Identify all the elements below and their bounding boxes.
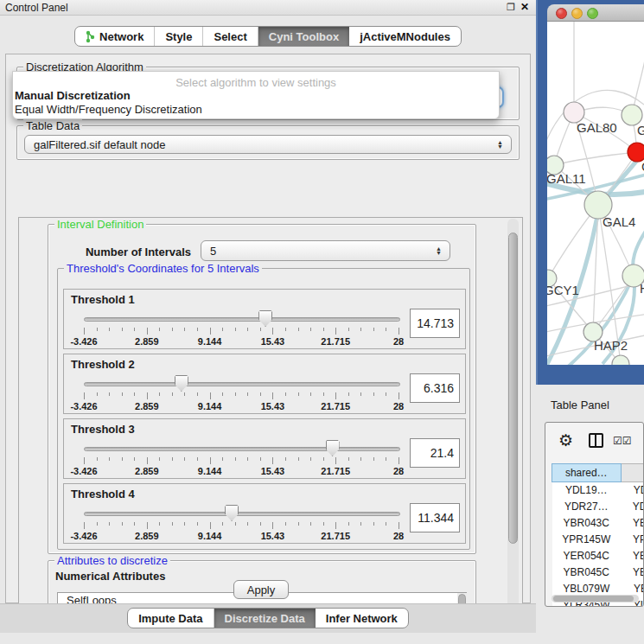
- close-light[interactable]: [556, 8, 567, 19]
- table-header-row: shared…n: [552, 464, 644, 482]
- tab-label: Cyni Toolbox: [269, 30, 339, 43]
- interval-definition-title: Interval Definition: [54, 218, 146, 231]
- table-row[interactable]: YBR045CYBR0: [552, 564, 644, 581]
- numerical-attributes-label: Numerical Attributes: [55, 570, 165, 583]
- table-cell[interactable]: YPR145W: [552, 532, 622, 548]
- combo-stepper-icon: ▲▼: [497, 141, 503, 149]
- table-cell[interactable]: YDR27…: [552, 499, 622, 515]
- slider-ticks: [81, 522, 403, 530]
- slider-track[interactable]: [84, 317, 400, 322]
- number-of-intervals-label: Number of Intervals: [74, 245, 191, 258]
- slider-track[interactable]: [84, 382, 400, 386]
- network-icon: [86, 30, 95, 43]
- slider-thumb[interactable]: [175, 375, 188, 392]
- table-cell[interactable]: YDR2: [621, 499, 644, 515]
- table-row[interactable]: YPR145WYPR1: [552, 532, 644, 548]
- tab-style[interactable]: Style: [155, 27, 203, 46]
- bottom-tab-group: Impute DataDiscretize DataInfer Network: [127, 608, 409, 628]
- cyni-toolbox-content: Discretization Algorithm Table Data galF…: [5, 54, 531, 603]
- top-tab-group: NetworkStyleSelectCyni ToolboxjActiveMNo…: [74, 26, 462, 47]
- algorithm-dropdown-popup: Select algorithm to view settings Manual…: [12, 71, 500, 119]
- node-label: H: [640, 281, 644, 296]
- tab-cyni-toolbox[interactable]: Cyni Toolbox: [258, 27, 349, 46]
- threshold-row: Threshold 3 -3.4262.8599.14415.4321.7152…: [63, 418, 466, 479]
- minimize-light[interactable]: [571, 8, 583, 19]
- threshold-rows: Threshold 1 -3.4262.8599.14415.4321.7152…: [58, 269, 471, 551]
- node-label: GCY1: [547, 283, 579, 297]
- threshold-value-field[interactable]: 21.4: [410, 438, 460, 468]
- table-cell[interactable]: YBR043C: [552, 515, 622, 532]
- threshold-slider[interactable]: -3.4262.8599.14415.4321.71528: [81, 505, 403, 541]
- threshold-label: Threshold 4: [71, 488, 135, 501]
- threshold-value-field[interactable]: 14.713: [410, 309, 460, 338]
- columns-icon[interactable]: [589, 433, 603, 448]
- zoom-light[interactable]: [587, 8, 598, 19]
- settings-scroll-area: Interval Definition Number of Intervals …: [18, 217, 523, 632]
- table-data-title: Table Data: [23, 119, 82, 132]
- number-of-intervals-combo[interactable]: 5 ▲▼: [201, 240, 450, 261]
- control-panel-titlebar: Control Panel ❐ ✕: [0, 0, 536, 16]
- main-scrollbar-thumb[interactable]: [508, 233, 518, 544]
- slider-ticks: [81, 392, 403, 400]
- tab-impute-data[interactable]: Impute Data: [128, 609, 214, 628]
- threshold-slider[interactable]: -3.4262.8599.14415.4321.71528: [81, 440, 403, 476]
- table-cell[interactable]: YER054C: [552, 548, 622, 564]
- table-row[interactable]: YDL19…YDL1: [552, 482, 644, 499]
- table-data-combo[interactable]: galFiltered.sif default node ▲▼: [24, 135, 512, 154]
- table-horizontal-scrollbar[interactable]: [552, 595, 639, 603]
- column-header-shared[interactable]: shared…: [552, 464, 622, 482]
- table-cell[interactable]: YPR1: [621, 532, 644, 548]
- node-label: GAL4: [603, 214, 635, 229]
- algorithm-popup-hint: Select algorithm to view settings: [13, 76, 499, 89]
- table-cell[interactable]: YDL19…: [552, 482, 622, 499]
- tab-label: Infer Network: [326, 612, 398, 625]
- table-cell[interactable]: YBR045C: [552, 564, 622, 581]
- tab-label: Discretize Data: [225, 612, 305, 625]
- table-cell[interactable]: YDL1: [621, 482, 644, 499]
- threshold-value-field[interactable]: 11.344: [410, 503, 460, 532]
- threshold-value-field[interactable]: 6.316: [410, 373, 460, 403]
- network-window-titlebar: [547, 4, 644, 22]
- column-header-n[interactable]: n: [621, 464, 644, 482]
- apply-button[interactable]: Apply: [233, 580, 289, 599]
- tab-label: Network: [99, 30, 143, 43]
- float-window-icon[interactable]: ❐: [507, 2, 515, 13]
- slider-tick-labels: -3.4262.8599.14415.4321.71528: [81, 466, 403, 476]
- network-window-frame: GAL80GCGAL11GAL4GCY1HHAP2: [536, 0, 644, 385]
- table-row[interactable]: YER054CYER0: [552, 548, 644, 564]
- select-checkboxes-icon[interactable]: ☑☑: [613, 435, 632, 447]
- screen: Control Panel ❐ ✕ NetworkStyleSelectCyni…: [0, 0, 644, 644]
- slider-track[interactable]: [84, 447, 400, 451]
- threshold-label: Threshold 2: [71, 358, 135, 371]
- network-graph[interactable]: GAL80GCGAL11GAL4GCY1HHAP2: [547, 22, 644, 365]
- threshold-slider[interactable]: -3.4262.8599.14415.4321.71528: [81, 375, 403, 411]
- tab-infer-network[interactable]: Infer Network: [316, 609, 408, 628]
- table-cell[interactable]: YBR0: [621, 564, 644, 581]
- tab-discretize-data[interactable]: Discretize Data: [214, 609, 316, 628]
- threshold-slider[interactable]: -3.4262.8599.14415.4321.71528: [81, 310, 403, 347]
- slider-tick-labels: -3.4262.8599.14415.4321.71528: [81, 531, 403, 541]
- slider-thumb[interactable]: [258, 310, 272, 327]
- table-row[interactable]: YBR043CYBR0: [552, 515, 644, 532]
- tab-jactivemnodules[interactable]: jActiveMNodules: [349, 27, 461, 46]
- threshold-label: Threshold 3: [71, 423, 135, 436]
- tab-select[interactable]: Select: [203, 27, 258, 46]
- network-canvas[interactable]: GAL80GCGAL11GAL4GCY1HHAP2: [547, 22, 644, 365]
- slider-track[interactable]: [84, 512, 400, 516]
- threshold-row: Threshold 2 -3.4262.8599.14415.4321.7152…: [63, 354, 466, 414]
- slider-thumb[interactable]: [225, 505, 239, 521]
- close-window-icon[interactable]: ✕: [520, 1, 529, 13]
- main-scrollbar[interactable]: [507, 219, 519, 630]
- node-table[interactable]: shared…n YDL19…YDL1YDR27…YDR2YBR043CYBR0…: [552, 463, 644, 607]
- table-hscroll-thumb[interactable]: [553, 596, 634, 602]
- algorithm-option[interactable]: Equal Width/Frequency Discretization: [15, 103, 202, 116]
- table-row[interactable]: YDR27…YDR2: [552, 499, 644, 515]
- slider-thumb[interactable]: [326, 440, 340, 456]
- table-cell[interactable]: YBR0: [621, 515, 644, 532]
- table-cell[interactable]: YER0: [621, 548, 644, 564]
- algorithm-option[interactable]: Manual Discretization: [15, 89, 131, 102]
- apply-button-label: Apply: [247, 583, 276, 596]
- tab-network[interactable]: Network: [75, 27, 155, 46]
- gear-icon[interactable]: ⚙: [558, 430, 573, 450]
- threshold-row: Threshold 1 -3.4262.8599.14415.4321.7152…: [63, 289, 466, 349]
